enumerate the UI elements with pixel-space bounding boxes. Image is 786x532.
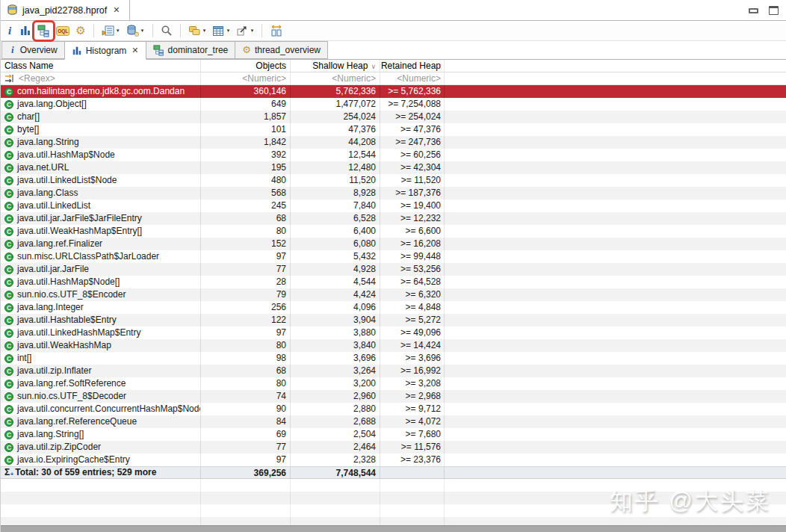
- class-icon: C: [4, 100, 13, 109]
- col-header-objects[interactable]: Objects: [201, 60, 291, 72]
- table-row[interactable]: Csun.nio.cs.UTF_8$Decoder742,960>= 2,968: [1, 390, 786, 403]
- class-name: java.lang.ref.ReferenceQueue: [17, 415, 137, 428]
- class-name: java.util.Hashtable$Entry: [17, 314, 117, 327]
- class-icon: C: [4, 164, 13, 173]
- heap-dump-settings-button[interactable]: ⚙ ▼: [124, 23, 147, 38]
- retained-value: >= 49,096: [380, 327, 445, 339]
- tab-histogram[interactable]: Histogram ✕: [64, 41, 146, 60]
- info-button[interactable]: i: [4, 23, 16, 38]
- table-row[interactable]: Cjava.util.jar.JarFile$JarFileEntry686,5…: [1, 212, 786, 225]
- table-row[interactable]: Cjava.lang.Integer2564,096>= 4,848: [1, 301, 786, 314]
- class-icon: C: [4, 189, 13, 198]
- col-header-shallow-heap[interactable]: Shallow Heap∨: [291, 60, 380, 72]
- class-icon: C: [4, 126, 13, 134]
- table-row[interactable]: Cjava.util.LinkedHashMap$Entry973,880>= …: [1, 327, 786, 339]
- class-name: byte[]: [17, 123, 39, 136]
- search-button[interactable]: [158, 23, 175, 38]
- shallow-value: 6,080: [291, 238, 380, 250]
- dropdown-arrow-icon[interactable]: ▼: [116, 28, 120, 33]
- class-name: java.util.jar.JarFile$JarFileEntry: [17, 212, 142, 225]
- table-row[interactable]: Cjava.util.zip.ZipCoder772,464>= 11,576: [1, 441, 786, 454]
- objects-value: 97: [201, 454, 291, 466]
- table-row[interactable]: Csun.nio.cs.UTF_8$Encoder794,424>= 6,320: [1, 288, 786, 301]
- table-row[interactable]: Cjava.util.LinkedList2457,840>= 19,400: [1, 200, 786, 212]
- dropdown-arrow-icon[interactable]: ▼: [226, 28, 230, 33]
- tab-dominator-tree[interactable]: dominator_tree: [146, 41, 236, 59]
- col-header-retained-heap[interactable]: Retained Heap: [380, 60, 445, 72]
- group-result-button[interactable]: ▼: [186, 23, 209, 38]
- objects-value: 68: [201, 212, 291, 225]
- table-row[interactable]: Cjava.util.concurrent.ConcurrentHashMap$…: [1, 403, 786, 415]
- calculate-retained-size-button[interactable]: ▼: [210, 24, 232, 38]
- class-icon: C: [4, 87, 13, 96]
- objects-value: 84: [201, 415, 291, 428]
- table-row[interactable]: Cint[]983,696>= 3,696: [1, 352, 786, 365]
- table-row[interactable]: Cjava.lang.ref.Finalizer1526,080>= 16,20…: [1, 238, 786, 250]
- dropdown-arrow-icon[interactable]: ▼: [140, 28, 145, 33]
- table-row[interactable]: Cjava.util.WeakHashMap803,840>= 14,424: [1, 339, 786, 352]
- close-icon[interactable]: ✕: [130, 46, 138, 55]
- retained-value: >= 254,024: [380, 111, 445, 123]
- retained-value: >= 64,528: [380, 276, 445, 288]
- class-icon: C: [4, 151, 13, 160]
- class-icon: C: [4, 278, 13, 287]
- histogram-button[interactable]: [17, 23, 34, 38]
- oql-icon: OQL: [56, 26, 69, 36]
- compare-tables-button[interactable]: [267, 23, 285, 38]
- table-row[interactable]: Cjava.util.HashMap$Node[]284,544>= 64,52…: [1, 276, 786, 288]
- objects-value: 97: [201, 250, 291, 263]
- shallow-value: 2,960: [291, 390, 380, 403]
- class-icon: C: [4, 240, 13, 249]
- shallow-value: 254,024: [291, 111, 380, 123]
- table-row[interactable]: Cjava.util.WeakHashMap$Entry[]806,400>= …: [1, 225, 786, 238]
- oql-button[interactable]: OQL: [54, 25, 72, 37]
- table-row[interactable]: Cjava.util.HashMap$Node39212,544>= 60,25…: [1, 149, 786, 161]
- empty-row: [1, 504, 786, 517]
- table-row[interactable]: Csun.misc.URLClassPath$JarLoader975,432>…: [1, 250, 786, 263]
- thread-overview-button[interactable]: ⚙: [73, 23, 87, 38]
- table-row[interactable]: Cjava.lang.ref.ReferenceQueue842,688>= 4…: [1, 415, 786, 428]
- regex-filter-input[interactable]: <Regex>: [19, 72, 55, 84]
- table-row[interactable]: Cjava.lang.String1,84244,208>= 247,736: [1, 136, 786, 149]
- col-header-class-name[interactable]: Class Name: [1, 60, 201, 72]
- tab-overview[interactable]: i Overview: [1, 41, 65, 59]
- table-row[interactable]: Cjava.io.ExpiringCache$Entry972,328>= 23…: [1, 454, 786, 466]
- shallow-value: 4,928: [291, 263, 380, 276]
- retained-filter-input[interactable]: <Numeric>: [380, 72, 445, 84]
- table-row[interactable]: Cjava.util.LinkedList$Node48011,520>= 11…: [1, 174, 786, 187]
- maximize-icon[interactable]: [769, 6, 779, 15]
- table-row[interactable]: Cjava.util.Hashtable$Entry1223,904>= 5,2…: [1, 314, 786, 327]
- class-name: int[]: [17, 352, 31, 365]
- objects-filter-input[interactable]: <Numeric>: [201, 72, 291, 84]
- retained-value: >= 3,696: [380, 352, 445, 365]
- table-row[interactable]: Cjava.lang.String[]692,504>= 7,680: [1, 428, 786, 441]
- tab-label: dominator_tree: [168, 45, 229, 55]
- objects-value: 80: [201, 339, 291, 352]
- table-row[interactable]: Cjava.lang.ref.SoftReference803,200>= 3,…: [1, 377, 786, 390]
- shallow-filter-input[interactable]: <Numeric>: [291, 72, 380, 84]
- editor-tab-heapdump[interactable]: java_pid22788.hprof ✕: [1, 0, 130, 20]
- minimize-icon[interactable]: [749, 8, 758, 13]
- table-row[interactable]: Cchar[]1,857254,024>= 254,024: [1, 111, 786, 123]
- table-row[interactable]: Cbyte[]10147,376>= 47,376: [1, 123, 786, 136]
- dominator-tree-button[interactable]: [35, 23, 52, 39]
- class-icon: C: [4, 380, 13, 389]
- shallow-value: 3,904: [291, 314, 380, 327]
- table-row[interactable]: Cjava.util.zip.Inflater683,264>= 16,992: [1, 365, 786, 377]
- class-icon: C: [4, 291, 13, 300]
- class-name: sun.nio.cs.UTF_8$Encoder: [17, 288, 126, 301]
- close-icon[interactable]: ✕: [111, 5, 120, 15]
- table-row[interactable]: Ccom.hailintang.demo.jdk8.gc.oom.Dandan3…: [1, 85, 786, 98]
- query-browser-button[interactable]: ▼: [99, 23, 123, 38]
- table-row[interactable]: Cjava.net.URL19512,480>= 42,304: [1, 161, 786, 174]
- export-button[interactable]: ▼: [234, 23, 256, 38]
- heap-dump-icon: [7, 4, 18, 16]
- tab-thread-overview[interactable]: ⚙ thread_overview: [235, 41, 328, 59]
- editor-tabbar: java_pid22788.hprof ✕: [1, 0, 786, 21]
- table-row[interactable]: Cjava.lang.Object[]6491,477,072>= 7,254,…: [1, 98, 786, 111]
- table-row[interactable]: Cjava.util.jar.JarFile774,928>= 53,256: [1, 263, 786, 276]
- table-row[interactable]: Cjava.lang.Class5688,928>= 187,376: [1, 187, 786, 200]
- dropdown-arrow-icon[interactable]: ▼: [202, 28, 207, 33]
- dropdown-arrow-icon[interactable]: ▼: [250, 28, 254, 33]
- shallow-value: 5,762,336: [291, 85, 380, 98]
